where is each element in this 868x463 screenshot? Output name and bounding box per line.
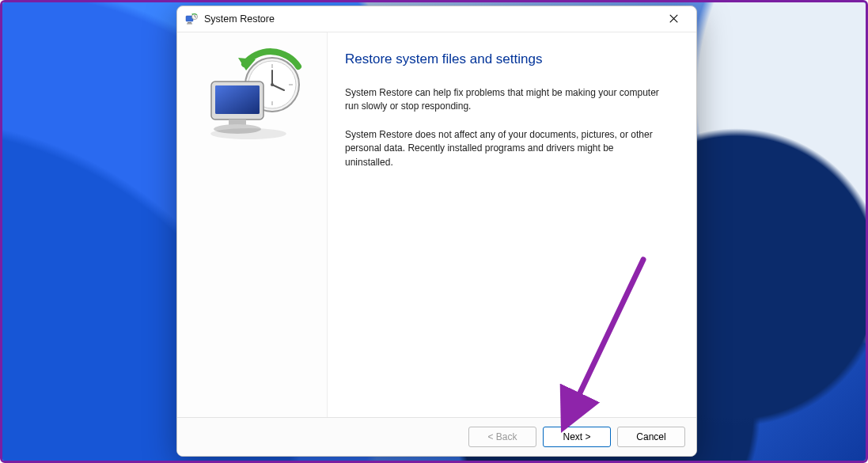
window-title: System Restore [204,13,275,25]
close-button[interactable] [655,7,692,31]
next-button[interactable]: Next > [543,427,611,447]
close-icon [669,13,678,25]
titlebar: System Restore [177,6,696,32]
back-button: < Back [468,427,536,447]
system-restore-icon [185,13,198,25]
svg-rect-15 [215,85,260,114]
wizard-footer: < Back Next > Cancel [177,417,696,456]
description-paragraph-1: System Restore can help fix problems tha… [345,86,661,114]
svg-rect-2 [187,24,192,25]
wizard-sidebar [177,32,328,417]
svg-point-18 [210,128,286,139]
cancel-button[interactable]: Cancel [617,427,685,447]
svg-rect-1 [188,22,191,24]
svg-point-12 [271,83,274,86]
page-heading: Restore system files and settings [345,51,674,67]
wizard-content: Restore system files and settings System… [328,32,696,417]
system-restore-window: System Restore [176,6,697,457]
description-paragraph-2: System Restore does not affect any of yo… [345,128,661,169]
restore-illustration-icon [189,47,316,142]
